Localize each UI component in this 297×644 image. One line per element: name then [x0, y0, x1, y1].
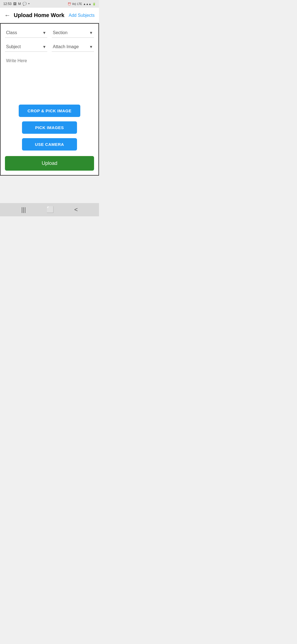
class-dropdown[interactable]: Class ▼: [5, 28, 47, 38]
section-dropdown[interactable]: Section ▼: [52, 28, 94, 38]
status-bar: 12:53 🖼 M 💬 • ⏰ Vo) LTE ▲▲▲ 🔋: [0, 0, 99, 8]
attach-image-dropdown[interactable]: Attach Image ▼: [52, 42, 94, 52]
alarm-icon: ⏰: [68, 2, 71, 6]
status-right: ⏰ Vo) LTE ▲▲▲ 🔋: [68, 2, 96, 6]
dot-icon: •: [28, 2, 29, 6]
section-arrow: ▼: [89, 31, 93, 35]
add-subjects-button[interactable]: Add Subjects: [69, 13, 95, 18]
battery-icon: 🔋: [92, 2, 96, 6]
pick-images-button[interactable]: PICK IMAGES: [22, 121, 77, 134]
photo-icon: 🖼: [13, 2, 16, 6]
gray-area: [0, 176, 99, 203]
class-arrow: ▼: [42, 31, 46, 35]
home-button[interactable]: ⬜: [46, 206, 54, 213]
gmail-icon: M: [18, 2, 21, 6]
write-here-input[interactable]: [5, 56, 94, 100]
bottom-nav-bar: ||| ⬜ <: [0, 203, 99, 216]
menu-button[interactable]: |||: [21, 206, 26, 213]
back-button[interactable]: ←: [4, 12, 10, 18]
status-left: 12:53 🖼 M 💬 •: [3, 2, 29, 6]
subject-arrow: ▼: [42, 45, 46, 49]
upload-button[interactable]: Upload: [5, 156, 94, 171]
subject-attach-row: Subject ▼ Attach Image ▼: [5, 42, 94, 52]
attach-label: Attach Image: [53, 44, 79, 49]
page-title: Upload Home Work: [14, 12, 69, 18]
message-icon: 💬: [23, 2, 27, 6]
voip-icon: Vo): [72, 2, 76, 6]
class-label: Class: [6, 30, 17, 35]
lte-icon: LTE: [77, 2, 82, 6]
subject-label: Subject: [6, 44, 21, 49]
use-camera-button[interactable]: USE CAMERA: [22, 138, 77, 151]
subject-dropdown[interactable]: Subject ▼: [5, 42, 47, 52]
nav-bar: ← Upload Home Work Add Subjects: [0, 8, 99, 23]
crop-pick-image-button[interactable]: CROP & PICK IMAGE: [19, 105, 80, 117]
signal-icon: ▲▲▲: [83, 2, 91, 6]
attach-arrow: ▼: [89, 45, 93, 49]
section-label: Section: [53, 30, 67, 35]
time-display: 12:53: [3, 2, 12, 6]
main-content: Class ▼ Section ▼ Subject ▼ Attach Image…: [0, 23, 99, 176]
class-section-row: Class ▼ Section ▼: [5, 28, 94, 38]
action-buttons: CROP & PICK IMAGE PICK IMAGES USE CAMERA: [5, 105, 94, 151]
back-nav-button[interactable]: <: [74, 206, 78, 213]
